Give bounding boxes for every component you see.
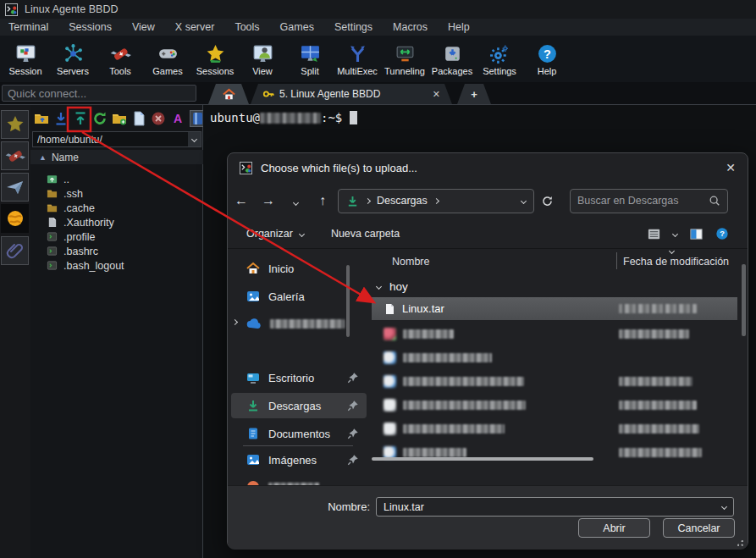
toolbar-servers-button[interactable]: Servers <box>49 36 97 82</box>
recent-locations-button[interactable] <box>282 193 309 208</box>
filename-dropdown-icon[interactable] <box>715 505 733 509</box>
window-title: Linux Agente BBDD <box>25 3 119 15</box>
sftp-refresh-button[interactable] <box>92 110 108 127</box>
sftp-new-file-button[interactable] <box>131 110 146 127</box>
dialog-command-bar: Organizar Nueva carpeta ? <box>228 219 748 249</box>
column-nombre[interactable]: Nombre <box>392 256 429 268</box>
sidebar-scrollbar[interactable] <box>346 265 350 337</box>
sftp-file-row[interactable]: .profile <box>30 229 203 244</box>
file-row-redacted[interactable] <box>372 393 737 417</box>
sftp-path-input[interactable] <box>33 134 188 146</box>
menu-games[interactable]: Games <box>280 21 314 33</box>
resize-grip[interactable] <box>736 539 743 546</box>
strip-macros-button[interactable] <box>1 236 29 265</box>
sftp-new-folder-button[interactable] <box>112 110 127 127</box>
sftp-download-button[interactable] <box>53 110 69 127</box>
file-row-redacted[interactable] <box>372 369 737 393</box>
file-list-horizontal-scrollbar[interactable] <box>372 457 593 461</box>
organize-button[interactable]: Organizar <box>246 228 293 240</box>
tab-active-session[interactable]: 5. Linux Agente BBDD ✕ <box>251 84 452 104</box>
new-tab-button[interactable]: + <box>457 84 491 104</box>
refresh-button[interactable] <box>534 189 560 213</box>
sftp-path-dropdown[interactable] <box>188 132 201 146</box>
help-icon[interactable]: ? <box>715 227 729 240</box>
breadcrumb-descargas[interactable]: Descargas <box>377 195 428 207</box>
file-row-redacted[interactable] <box>372 345 737 369</box>
toolbar-settings-button[interactable]: Settings <box>476 36 523 82</box>
sftp-file-row[interactable]: .Xauthority <box>30 215 203 229</box>
dialog-close-icon[interactable]: ✕ <box>726 161 736 174</box>
toolbar-packages-label: Packages <box>432 66 472 76</box>
filename-combobox[interactable] <box>376 497 734 517</box>
sidebar-label: Descargas <box>268 400 321 412</box>
menu-x-server[interactable]: X server <box>175 21 215 33</box>
pin-icon <box>346 371 360 384</box>
dialog-title-bar: Choose which file(s) to upload... ✕ <box>228 153 748 182</box>
menu-sessions[interactable]: Sessions <box>69 21 112 33</box>
file-name: .bash_logout <box>63 260 124 272</box>
quick-connect-input[interactable] <box>2 85 196 102</box>
sftp-file-row[interactable]: .. <box>30 172 203 186</box>
toolbar-session-button[interactable]: Session <box>2 36 49 82</box>
sftp-name-column-header[interactable]: ▲ Name <box>30 150 203 164</box>
sidebar-item-documentos[interactable]: Documentos <box>231 421 367 446</box>
file-row-redacted[interactable] <box>372 322 737 345</box>
menu-help[interactable]: Help <box>448 21 470 33</box>
menu-tools[interactable]: Tools <box>235 21 259 33</box>
address-dropdown-icon[interactable] <box>521 197 527 203</box>
group-header-hoy[interactable]: hoy <box>377 280 408 293</box>
sftp-file-row[interactable]: .cache <box>30 201 203 215</box>
view-dropdown-icon[interactable] <box>672 230 678 236</box>
menu-settings[interactable]: Settings <box>334 21 372 33</box>
sidebar-item-imagenes[interactable]: Imágenes <box>231 447 367 472</box>
toolbar-multiexec-button[interactable]: MultiExec <box>334 36 381 82</box>
toolbar-tunneling-button[interactable]: Tunneling <box>381 36 428 82</box>
sftp-file-row[interactable]: .bashrc <box>30 244 203 258</box>
sidebar-item-descargas[interactable]: Descargas <box>231 393 367 418</box>
column-fecha[interactable]: Fecha de modificación <box>623 256 729 268</box>
strip-msend-button[interactable] <box>1 173 29 202</box>
redacted-date <box>619 401 697 410</box>
toolbar-packages-button[interactable]: Packages <box>428 36 476 82</box>
toolbar-sessions-button[interactable]: Sessions <box>191 36 239 82</box>
search-input[interactable] <box>577 195 709 207</box>
list-view-icon[interactable] <box>647 227 661 241</box>
sidebar-item-partial[interactable] <box>231 474 367 485</box>
toolbar-help-button[interactable]: ? Help <box>523 36 571 82</box>
toolbar-tools-button[interactable]: Tools <box>97 36 144 82</box>
menu-view[interactable]: View <box>132 21 155 33</box>
file-row-linux-tar[interactable]: Linux.tar <box>372 297 737 320</box>
toolbar-games-button[interactable]: Games <box>144 36 191 82</box>
sftp-file-row[interactable]: .bash_logout <box>30 258 203 273</box>
strip-tools-button[interactable] <box>1 141 29 170</box>
filename-input[interactable] <box>377 501 715 513</box>
sidebar-item-escritorio[interactable]: Escritorio <box>231 365 367 390</box>
sftp-up-folder-button[interactable] <box>34 110 49 127</box>
file-row-redacted[interactable] <box>372 417 737 440</box>
cancel-button[interactable]: Cancelar <box>663 518 735 538</box>
menu-macros[interactable]: Macros <box>393 21 428 33</box>
up-button[interactable]: ↑ <box>309 193 336 208</box>
toolbar-view-button[interactable]: View <box>239 36 286 82</box>
menu-terminal[interactable]: Terminal <box>8 21 48 33</box>
search-box[interactable] <box>570 189 728 213</box>
forward-button[interactable]: → <box>255 193 282 208</box>
download-icon <box>53 111 69 126</box>
column-separator[interactable] <box>616 252 617 269</box>
preview-pane-icon[interactable] <box>689 227 704 241</box>
strip-sessions-button[interactable] <box>1 110 29 139</box>
tab-home[interactable] <box>208 84 249 104</box>
toolbar-split-button[interactable]: Split <box>286 36 334 82</box>
sftp-upload-button[interactable] <box>73 110 88 127</box>
address-bar[interactable]: Descargas <box>338 189 534 213</box>
back-button[interactable]: ← <box>228 193 255 208</box>
sftp-encoding-button[interactable]: A <box>170 110 185 127</box>
strip-sftp-button[interactable] <box>1 204 29 233</box>
open-button[interactable]: Abrir <box>578 518 650 538</box>
sftp-delete-button[interactable] <box>151 110 166 127</box>
sftp-file-row[interactable]: .ssh <box>30 186 203 201</box>
new-folder-button[interactable]: Nueva carpeta <box>331 228 400 240</box>
file-list-scrollbar[interactable] <box>742 264 746 336</box>
tab-close-icon[interactable]: ✕ <box>433 89 440 100</box>
column-menu-chevron-icon[interactable] <box>669 249 675 254</box>
